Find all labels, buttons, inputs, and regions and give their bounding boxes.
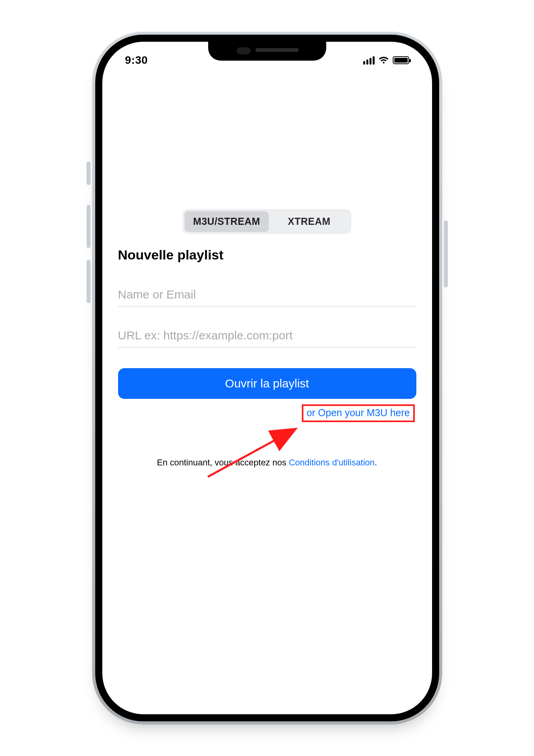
segmented-control-wrap: M3U/STREAM XTREAM — [118, 209, 416, 234]
url-field-wrapper — [118, 329, 416, 348]
playlist-type-segmented: M3U/STREAM XTREAM — [183, 209, 351, 234]
name-or-email-input[interactable] — [118, 288, 416, 301]
stage: 9:30 — [0, 0, 534, 756]
open-playlist-button[interactable]: Ouvrir la playlist — [118, 368, 416, 399]
url-input[interactable] — [118, 329, 416, 342]
notch — [208, 42, 326, 61]
front-camera — [237, 47, 251, 54]
status-time: 9:30 — [125, 54, 148, 67]
status-indicators — [363, 56, 409, 65]
terms-prefix: En continuant, vous acceptez nos — [157, 458, 289, 467]
phone-bezel: 9:30 — [95, 35, 439, 721]
mute-switch — [87, 161, 91, 185]
alt-link-row: or Open your M3U here — [118, 404, 416, 422]
power-button — [444, 220, 448, 287]
earpiece-speaker — [255, 48, 299, 52]
open-m3u-file-link[interactable]: or Open your M3U here — [302, 404, 415, 422]
tab-xtream[interactable]: XTREAM — [269, 211, 349, 232]
app-content: M3U/STREAM XTREAM Nouvelle playlist Ouvr… — [102, 42, 432, 714]
phone-frame: 9:30 — [92, 32, 442, 724]
cellular-signal-icon — [363, 56, 375, 65]
annotation-arrow-icon — [204, 426, 306, 481]
svg-line-0 — [208, 430, 294, 477]
tab-m3u-stream[interactable]: M3U/STREAM — [185, 211, 269, 232]
volume-down-button — [87, 260, 91, 303]
battery-icon — [393, 56, 409, 64]
name-field-wrapper — [118, 288, 416, 307]
terms-link[interactable]: Conditions d'utilisation — [289, 458, 375, 467]
terms-text: En continuant, vous acceptez nos Conditi… — [118, 458, 416, 468]
page-title: Nouvelle playlist — [118, 247, 416, 263]
phone-shadow — [102, 732, 432, 747]
wifi-icon — [379, 56, 389, 64]
screen: 9:30 — [102, 42, 432, 714]
terms-suffix: . — [375, 458, 377, 467]
volume-up-button — [87, 205, 91, 248]
